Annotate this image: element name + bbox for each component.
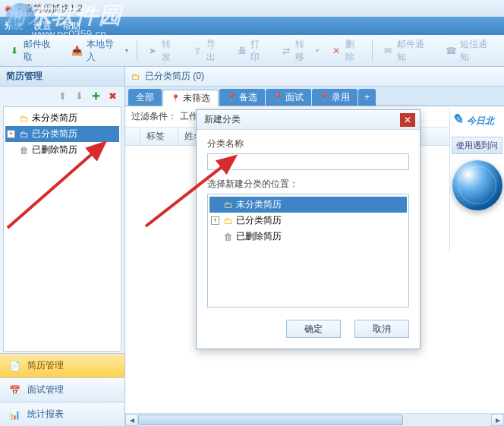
sidebar-tools: ⬆ ⬇ ✚ ✖: [0, 87, 124, 105]
dropdown-icon: ▾: [316, 47, 319, 54]
right-panel: ✎ 今日北 使用遇到问: [449, 108, 504, 252]
folder-icon: 🗀: [19, 113, 30, 124]
horizontal-scrollbar[interactable]: ◂ ▸: [125, 413, 504, 426]
mail-notify-button[interactable]: ✉ 邮件通知: [376, 35, 438, 67]
scroll-left-icon[interactable]: ◂: [125, 414, 138, 426]
expand-icon[interactable]: +: [7, 130, 15, 138]
tree-item-classified[interactable]: + 🗀 已分类简历: [5, 126, 119, 142]
download-icon: ⬇: [8, 44, 21, 58]
menu-help[interactable]: 帮助: [62, 20, 80, 33]
dialog-tree: 🗀 未分类简历 + 🗀 已分类简历 🗑 已删除简历: [207, 194, 409, 308]
tree-item-deleted[interactable]: 🗑 已删除简历: [5, 142, 119, 158]
expand-icon[interactable]: +: [211, 216, 219, 225]
export-button[interactable]: ⇪ 导出: [186, 35, 229, 67]
tab-interview[interactable]: 📍 面试: [266, 89, 311, 106]
down-icon[interactable]: ⬇: [73, 90, 85, 102]
tab-candidate[interactable]: 📍 备选: [219, 89, 265, 106]
content-header: 🗀 已分类简历 (0): [125, 67, 504, 87]
dialog-title: 新建分类: [204, 113, 241, 126]
print-icon: 🖶: [235, 44, 249, 58]
sidebar: 简历管理 ⬆ ⬇ ✚ ✖ 🗀 未分类简历 + 🗀 已分类简历 🗑 已删除简历: [0, 67, 125, 426]
nav-reports[interactable]: 📊 统计报表: [0, 402, 124, 426]
folder-icon: 🗀: [19, 129, 30, 140]
delete-button[interactable]: ✕ 删除: [325, 35, 368, 67]
nav-interview-mgmt[interactable]: 📅 面试管理: [0, 377, 124, 402]
name-label: 分类名称: [207, 137, 409, 150]
calendar-icon: 📅: [8, 383, 21, 397]
dlg-tree-deleted[interactable]: 🗑 已删除简历: [209, 229, 407, 245]
trash-icon: 🗑: [223, 232, 234, 242]
titlebar: ◉ 北森简历捕快1.2: [0, 0, 504, 17]
folder-icon: 🗀: [223, 216, 234, 226]
globe-icon: [452, 160, 502, 210]
local-import-button[interactable]: 📥 本地导入 ▾: [66, 35, 133, 67]
help-button[interactable]: 使用遇到问: [452, 137, 502, 154]
sms-icon: ☎: [444, 44, 458, 58]
scroll-thumb[interactable]: [138, 415, 403, 425]
dialog-titlebar: 新建分类 ✕: [197, 110, 420, 130]
sms-notify-button[interactable]: ☎ 短信通知: [439, 35, 501, 67]
window-title: 北森简历捕快1.2: [15, 2, 83, 15]
ok-button[interactable]: 确定: [286, 320, 341, 338]
pin-icon: 📍: [320, 93, 329, 102]
mail-receive-button[interactable]: ⬇ 邮件收取: [3, 35, 65, 67]
mail-icon: ✉: [381, 44, 395, 58]
pin-icon: 📍: [273, 93, 282, 102]
forward-icon: ➤: [146, 44, 159, 58]
dropdown-icon: ▾: [125, 47, 128, 54]
print-button[interactable]: 🖶 打印: [231, 35, 274, 67]
transfer-icon: ⇄: [279, 44, 293, 58]
tab-hired[interactable]: 📍 录用: [312, 89, 358, 106]
menu-settings[interactable]: 设置: [33, 20, 52, 33]
scroll-track[interactable]: [138, 414, 491, 426]
up-icon[interactable]: ⬆: [56, 90, 68, 102]
trash-icon: 🗑: [19, 145, 30, 156]
tab-all[interactable]: 全部: [128, 89, 162, 106]
folder-icon: 🗀: [223, 200, 234, 210]
close-button[interactable]: ✕: [400, 113, 415, 127]
add-folder-icon[interactable]: ✚: [90, 90, 102, 102]
separator: [372, 40, 373, 62]
filter-label: 过滤条件：: [131, 110, 177, 123]
menubar: 系统 设置 帮助: [0, 17, 504, 35]
tab-unfiltered[interactable]: 📍 未筛选: [162, 90, 219, 106]
sidebar-title: 简历管理: [0, 67, 124, 87]
delete-icon: ✕: [329, 44, 343, 58]
cancel-button[interactable]: 取消: [354, 320, 409, 338]
pin-icon: 📍: [171, 94, 180, 103]
chart-icon: 📊: [8, 408, 21, 421]
right-panel-title: ✎ 今日北: [450, 108, 504, 131]
resume-icon: 📄: [8, 359, 21, 373]
sidebar-tree: 🗀 未分类简历 + 🗀 已分类简历 🗑 已删除简历: [3, 106, 121, 352]
dlg-tree-classified[interactable]: + 🗀 已分类简历: [209, 213, 407, 229]
pin-icon: 📍: [227, 93, 236, 102]
refresh-icon[interactable]: ✖: [106, 90, 118, 102]
import-icon: 📥: [71, 44, 84, 58]
content-title: 已分类简历 (0): [145, 70, 204, 83]
sidebar-nav: 📄 简历管理 📅 面试管理 📊 统计报表: [0, 353, 124, 426]
position-label: 选择新建分类的位置：: [207, 178, 409, 191]
folder-icon: 🗀: [131, 71, 140, 82]
toolbar: ⬇ 邮件收取 📥 本地导入 ▾ ➤ 转发 ⇪ 导出 🖶 打印 ⇄ 转移 ▾ ✕ …: [0, 35, 504, 67]
pin-icon: ◉: [5, 4, 12, 14]
tree-item-unclassified[interactable]: 🗀 未分类简历: [5, 110, 119, 126]
separator: [137, 40, 137, 62]
export-icon: ⇪: [191, 44, 204, 58]
nav-resume-mgmt[interactable]: 📄 简历管理: [0, 353, 124, 377]
tab-add[interactable]: +: [358, 89, 376, 106]
tabs: 全部 📍 未筛选 📍 备选 📍 面试 📍 录用 +: [125, 87, 504, 106]
close-icon: ✕: [404, 115, 411, 125]
transfer-button[interactable]: ⇄ 转移 ▾: [275, 35, 323, 67]
th-expand[interactable]: [125, 128, 140, 145]
forward-button[interactable]: ➤ 转发: [141, 35, 184, 67]
th-tag[interactable]: 标签: [140, 128, 178, 145]
scroll-right-icon[interactable]: ▸: [491, 414, 504, 426]
category-name-input[interactable]: [207, 153, 409, 170]
menu-system[interactable]: 系统: [5, 20, 23, 33]
dlg-tree-unclassified[interactable]: 🗀 未分类简历: [209, 197, 407, 213]
new-category-dialog: 新建分类 ✕ 分类名称 选择新建分类的位置： 🗀 未分类简历 + 🗀 已分类简历…: [196, 109, 421, 349]
